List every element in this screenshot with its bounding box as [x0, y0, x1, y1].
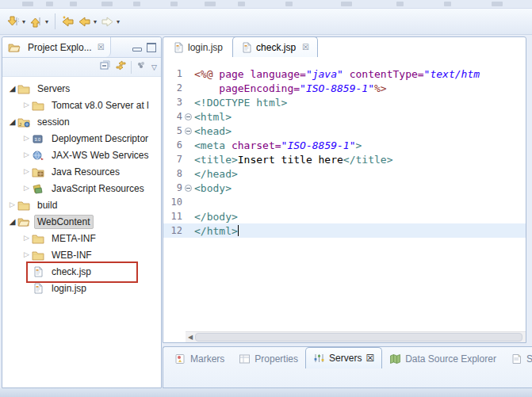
fold-collapse-icon[interactable]: [182, 128, 194, 135]
scrollbar-thumb[interactable]: [195, 333, 522, 342]
maximize-icon[interactable]: [147, 43, 156, 52]
line-number: 12: [163, 225, 182, 236]
bottom-tab-properties[interactable]: Properties: [232, 349, 305, 368]
editor-tab-check-jsp[interactable]: check.jsp☒: [232, 36, 318, 57]
tree-item-java-resources[interactable]: ▷Java Resources: [2, 163, 161, 180]
editor-tab-label: check.jsp: [256, 42, 296, 53]
tree-item-build[interactable]: ▷build: [2, 197, 161, 213]
line-number: 7: [163, 154, 182, 165]
previous-annotation-button[interactable]: [28, 11, 44, 32]
clipped-toolbar-fragment: [444, 2, 451, 6]
collapse-arrow-icon[interactable]: ◢: [7, 213, 17, 230]
collapse-all-button[interactable]: [99, 59, 111, 74]
bottom-tab-servers[interactable]: Servers☒: [305, 347, 382, 368]
fold-collapse-icon[interactable]: [182, 185, 194, 192]
code-text: <title>Insert title here</title>: [194, 154, 392, 166]
tree-item-meta-inf[interactable]: ▷META-INF: [2, 230, 161, 246]
bottom-tab-data-source-explorer[interactable]: Data Source Explorer: [382, 349, 503, 368]
tree-item-label: Tomcat v8.0 Server at l: [48, 98, 152, 113]
tree-item-webcontent[interactable]: ◢WebContent: [2, 213, 161, 230]
forward-button-dropdown-icon[interactable]: ▾: [117, 18, 120, 25]
forward-button[interactable]: [99, 11, 116, 32]
folder-icon: [32, 100, 44, 111]
tree-item-deployment-descriptor[interactable]: ▷3.0Deployment Descriptor: [2, 130, 161, 147]
link-with-editor-button[interactable]: [115, 59, 127, 74]
code-text: <!DOCTYPE html>: [194, 97, 287, 109]
scroll-left-icon[interactable]: ◀: [186, 334, 195, 341]
tree-item-web-inf[interactable]: ▷WEB-INF: [2, 246, 161, 263]
jsp-file-icon: [241, 42, 252, 53]
tree-item-session[interactable]: ◢Jsession: [2, 113, 161, 130]
properties-icon: [239, 353, 251, 365]
tree-item-tomcat-v8-0-server-at-l[interactable]: ▷Tomcat v8.0 Server at l: [2, 97, 161, 113]
code-line-11[interactable]: 11</body>: [163, 209, 526, 223]
folder-icon: [17, 83, 30, 94]
clipped-toolbar-row: [0, 0, 532, 9]
last-edit-location-button[interactable]: [59, 11, 76, 32]
code-line-6[interactable]: 6<meta charset="ISO-8859-1">: [163, 138, 526, 152]
bottom-tab-snip[interactable]: Snip: [503, 349, 532, 368]
code-line-5[interactable]: 5<head>: [163, 124, 526, 138]
close-icon[interactable]: ☒: [302, 43, 309, 52]
tree-item-label: JavaScript Resources: [48, 181, 147, 196]
next-annotation-button[interactable]: [5, 11, 21, 32]
back-button[interactable]: [76, 11, 93, 32]
collapse-arrow-icon[interactable]: ◢: [7, 113, 17, 130]
expand-arrow-icon[interactable]: ▷: [21, 246, 32, 263]
webservice-icon: [32, 150, 44, 161]
minimize-icon[interactable]: [132, 48, 142, 52]
back-button-dropdown-icon[interactable]: ▾: [94, 18, 97, 25]
code-line-1[interactable]: 1<%@ page language="java" contentType="t…: [163, 67, 526, 81]
code-line-12[interactable]: 12</html>: [163, 223, 526, 238]
code-line-7[interactable]: 7<title>Insert title here</title>: [163, 152, 526, 166]
code-line-8[interactable]: 8</head>: [163, 166, 526, 181]
code-text: <meta charset="ISO-8859-1">: [194, 139, 362, 151]
collapse-arrow-icon[interactable]: ◢: [7, 80, 17, 97]
data-source-icon: [389, 353, 401, 365]
view-menu-dropdown-icon[interactable]: ▽: [151, 63, 157, 71]
editor-tab-login-jsp[interactable]: login.jsp: [165, 38, 231, 57]
code-line-3[interactable]: 3<!DOCTYPE html>: [163, 95, 526, 109]
project-explorer-header: Project Explo... ☒: [2, 37, 161, 58]
text-cursor: [238, 225, 239, 236]
tree-item-login-jsp[interactable]: login.jsp: [2, 280, 161, 296]
code-line-10[interactable]: 10: [163, 195, 526, 209]
code-line-9[interactable]: 9<body>: [163, 181, 526, 195]
java-resources-icon: [32, 166, 44, 178]
code-text: <head>: [194, 125, 232, 137]
editor-tab-label: login.jsp: [188, 42, 223, 53]
tree-item-check-jsp[interactable]: check.jsp: [2, 263, 161, 280]
bottom-tab-markers[interactable]: Markers: [167, 349, 232, 368]
expand-arrow-icon[interactable]: ▷: [21, 97, 32, 113]
servers-icon: [313, 353, 325, 364]
expand-arrow-icon[interactable]: ▷: [21, 147, 32, 163]
bottom-tab-bar: MarkersPropertiesServers☒Data Source Exp…: [163, 347, 532, 368]
tree-item-jax-ws-web-services[interactable]: ▷JAX-WS Web Services: [2, 147, 161, 163]
expand-arrow-icon[interactable]: ▷: [21, 163, 32, 180]
fold-collapse-icon[interactable]: [182, 113, 194, 120]
previous-annotation-button-dropdown-icon[interactable]: ▾: [45, 18, 48, 25]
next-annotation-button-dropdown-icon[interactable]: ▾: [22, 18, 25, 25]
bottom-tab-label: Markers: [190, 353, 224, 365]
clipped-toolbar-fragment: [396, 2, 404, 6]
code-line-4[interactable]: 4<html>: [163, 109, 526, 124]
expand-arrow-icon[interactable]: ▷: [21, 230, 32, 246]
expand-arrow-icon[interactable]: ▷: [21, 180, 32, 197]
tree-item-label: Java Resources: [48, 165, 123, 179]
main-toolbar: ▾▾▾▾: [0, 9, 532, 35]
code-editor[interactable]: 1<%@ page language="java" contentType="t…: [163, 57, 526, 332]
close-icon[interactable]: ☒: [366, 353, 374, 364]
view-menu-button[interactable]: [136, 59, 147, 74]
expand-arrow-icon[interactable]: ▷: [7, 197, 17, 213]
tree-item-javascript-resources[interactable]: ▷JavaScript Resources: [2, 180, 161, 197]
tree-item-servers[interactable]: ◢Servers: [2, 80, 161, 97]
code-line-2[interactable]: 2 pageEncoding="ISO-8859-1"%>: [163, 81, 526, 95]
expand-arrow-icon[interactable]: ▷: [21, 130, 32, 147]
clipped-toolbar-fragment: [341, 2, 352, 6]
down-arrow-icon: [6, 15, 20, 29]
line-number: 10: [163, 197, 182, 208]
project-explorer-tab[interactable]: Project Explo... ☒: [2, 37, 111, 57]
horizontal-scrollbar[interactable]: ◀: [186, 331, 526, 342]
close-icon[interactable]: ☒: [98, 43, 105, 52]
folder-open-icon: [17, 216, 31, 227]
